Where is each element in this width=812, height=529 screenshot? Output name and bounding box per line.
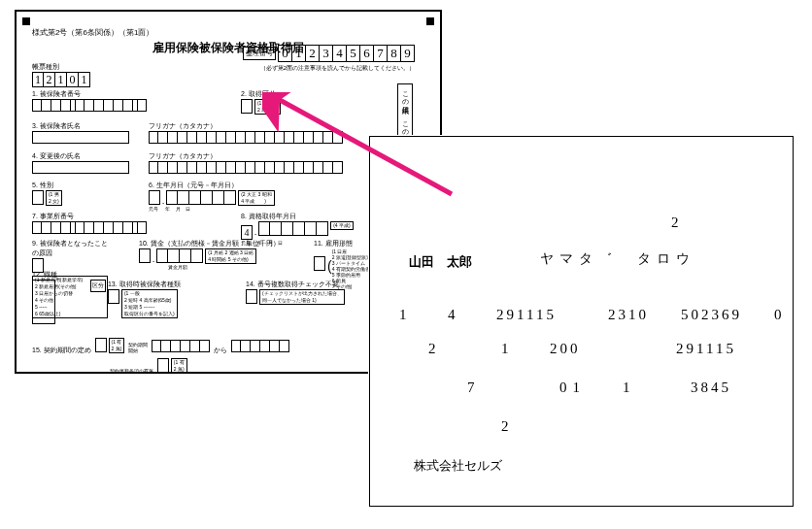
value-r1b: 4 (448, 307, 459, 323)
label: 8. 資格取得年月日 (241, 212, 354, 221)
label: フリガナ（カタカナ） (149, 121, 343, 131)
label: フリガナ（カタカナ） (149, 151, 343, 161)
box: 2 (44, 72, 55, 87)
digit: 9 (401, 45, 415, 62)
label: 7. 事業所番号 (32, 212, 147, 221)
section-10: 10. 賃金（支払の態様－賃金月額：単位千円） - (1 月給 2 週給 3 日… (139, 239, 280, 270)
legend: (1 一般 2 短時 4 高年齢(65歳) 3 短期 5 ------- 取得区… (121, 289, 178, 318)
value-company: 株式会社セルズ (414, 457, 502, 475)
digit: 0 (278, 45, 292, 62)
sublabel: 月 (176, 206, 181, 212)
section-3-furigana: フリガナ（カタカナ） (149, 121, 343, 145)
box: 1 (55, 72, 67, 87)
label: 6. 生年月日（元号－年月日） (149, 181, 275, 190)
legend: (1 新規 2 再取得) (254, 99, 281, 115)
section-6: 6. 生年月日（元号－年月日） - (2 大正 3 昭和 4 平成 ) 元号 年… (149, 181, 275, 212)
digit: 6 (360, 45, 374, 62)
label: 9. 被保険者となったこと の原因 (32, 239, 108, 258)
value-r1f: 0 (774, 307, 786, 323)
legend: (1 男 2 女) (46, 190, 62, 206)
value-r2c: 200 (550, 341, 581, 357)
label: 13. 取得時被保険者種類 (108, 280, 181, 289)
form-note: （必ず第2面の注意事項を読んでから記載してください。） (260, 64, 415, 73)
label: 5. 性別 (32, 181, 62, 190)
value-r3c: 1 (623, 380, 634, 396)
value-r1e: 502369 (681, 307, 742, 323)
legend: (4 平成) (330, 221, 354, 230)
value-r1d: 2310 (608, 307, 649, 323)
digit: 3 (320, 45, 333, 62)
section-15: 15. 契約期間の定め (1 有 2 無) 契約期間 開始 から 契約更新条項の… (32, 338, 289, 374)
value-r2b: 1 (501, 341, 513, 357)
label: 3. 被保険者氏名 (32, 121, 129, 131)
label: 2. 取得区分 (241, 89, 281, 99)
boxes: 12101 (32, 72, 90, 87)
value-r2a: 2 (428, 341, 440, 357)
value-r3b: 01 (559, 380, 586, 396)
section-chohyo: 帳票種別 12101 (32, 62, 90, 87)
serial-number-digits: 0123456789 (278, 45, 415, 62)
digit: 5 (347, 45, 360, 62)
section-4-furigana: フリガナ（カタカナ） (149, 151, 343, 175)
box: 1 (32, 72, 44, 87)
label: 帳票種別 (32, 62, 90, 72)
corner-mark (22, 17, 30, 25)
sublabel: 日 (186, 206, 190, 212)
digit: 1 (292, 45, 306, 62)
digit: 7 (374, 45, 388, 62)
legend: (1 月給 2 週給 3 日給 4 時間給 5 その他) (205, 248, 256, 264)
output-sheet: 2 山田 太郎 ヤマタ゛ タロウ 1 4 291115 2310 502369 … (369, 136, 794, 507)
legend: (1 有 2 無) (109, 338, 125, 353)
value-top: 2 (671, 215, 683, 231)
form-header: 様式第2号（第6条関係）（第1面） (32, 27, 424, 38)
label: 1. 被保険者番号 (32, 89, 147, 99)
value-r3a: 7 (467, 380, 479, 396)
box: 0 (67, 72, 79, 87)
legend: (2 大正 3 昭和 4 平成 ) (238, 190, 274, 206)
value-kana: ヤマタ゛ タロウ (540, 250, 695, 268)
digit: 8 (388, 45, 401, 62)
legend: (1 有 2 無) (171, 358, 187, 374)
section-12: 12. 職種 (32, 270, 57, 324)
section-13: 区分 13. 取得時被保険者種類 (1 一般 2 短時 4 高年齢(65歳) 3… (90, 280, 181, 318)
label: 14. 番号複数取得チェック不要 (246, 280, 345, 289)
digit: 2 (306, 45, 320, 62)
legend: (チェックリストが出力された場合、 同一人でなかった場合 1) (259, 289, 345, 305)
sublabel: 契約期間 開始 (128, 342, 148, 353)
boxes (32, 99, 147, 113)
sublabel: 元号 (149, 206, 158, 212)
boxes (241, 108, 253, 115)
label: 15. 契約期間の定め (32, 347, 91, 353)
corner-mark (426, 17, 434, 25)
value-r4a: 2 (501, 418, 513, 435)
section-5: 5. 性別 (1 男 2 女) (32, 181, 62, 206)
label: 12. 職種 (32, 270, 57, 280)
serial-number-label: 整理番号 (243, 47, 276, 60)
section-1: 1. 被保険者番号 (32, 89, 147, 113)
section-14: 14. 番号複数取得チェック不要 (チェックリストが出力された場合、 同一人でな… (246, 280, 345, 305)
section-4: 4. 変更後の氏名 (32, 151, 129, 175)
section-3: 3. 被保険者氏名 (32, 121, 129, 145)
value-r1a: 1 (399, 307, 411, 323)
section-7: 7. 事業所番号 (32, 212, 147, 235)
section-2: 2. 取得区分 (1 新規 2 再取得) (241, 89, 281, 115)
value-r2d: 291115 (676, 341, 736, 357)
value-name: 山田 太郎 (409, 253, 472, 271)
sublabel: 年 (165, 206, 170, 212)
section-13-box: 区分 (90, 280, 106, 292)
label: 10. 賃金（支払の態様－賃金月額：単位千円） (139, 239, 280, 248)
digit: 4 (333, 45, 347, 62)
value-r1c: 291115 (496, 307, 557, 323)
value-r3d: 3845 (691, 380, 731, 396)
sublabel: から (214, 347, 227, 353)
label: 11. 雇用形態 (314, 239, 378, 248)
sublabel: 賃金月額 (168, 264, 280, 270)
label: 4. 変更後の氏名 (32, 151, 129, 161)
serial-number-block: 整理番号 0123456789 (243, 45, 415, 62)
box: 1 (79, 72, 90, 87)
sublabel: 契約更新条項の有無 (110, 368, 153, 374)
